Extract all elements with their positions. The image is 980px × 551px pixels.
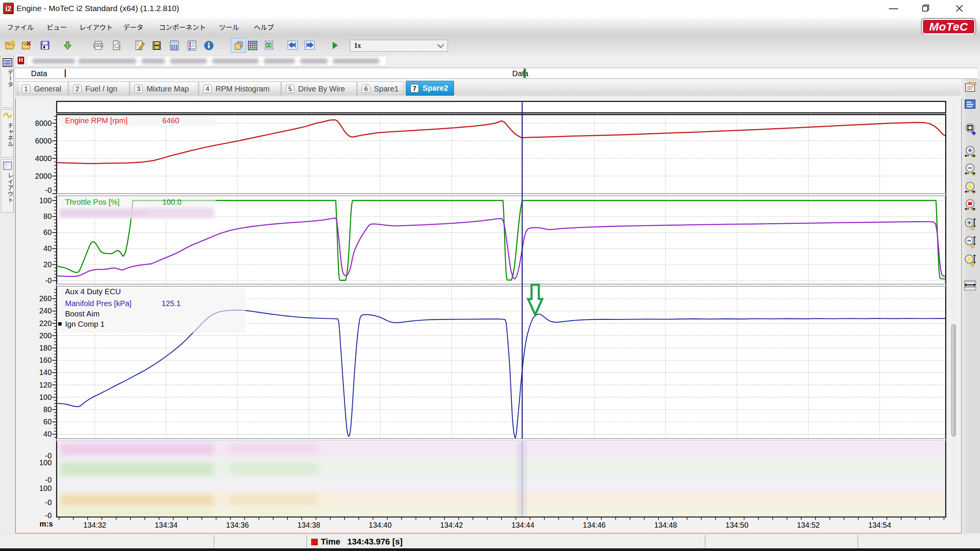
svg-text:Throttle Pos [%]: Throttle Pos [%] [65,198,119,206]
svg-text:60: 60 [43,417,52,426]
svg-text:100.0: 100.0 [162,198,181,206]
svg-text:134:32: 134:32 [83,521,106,529]
svg-text:-0: -0 [45,276,52,285]
svg-text:-0: -0 [45,476,52,484]
svg-text:60: 60 [43,228,52,236]
svg-text:125.1: 125.1 [162,299,181,308]
svg-text:6460: 6460 [162,116,180,125]
svg-text:Boost Aim: Boost Aim [65,310,100,318]
svg-text:120: 120 [39,381,52,389]
svg-text:Aux 4 Duty ECU: Aux 4 Duty ECU [65,287,121,296]
svg-text:100: 100 [39,458,52,467]
svg-text:260: 260 [39,294,52,303]
svg-text:Engine RPM [rpm]: Engine RPM [rpm] [65,116,127,125]
svg-text:220: 220 [39,319,52,328]
svg-text:40: 40 [43,244,52,253]
svg-text:2000: 2000 [35,172,52,180]
svg-text:8000: 8000 [35,119,52,127]
svg-text:200: 200 [39,331,52,340]
svg-text:134:38: 134:38 [297,521,320,529]
svg-text:160: 160 [39,356,52,364]
svg-text:134:42: 134:42 [440,521,463,529]
svg-text:6000: 6000 [35,137,52,145]
svg-text:134:48: 134:48 [654,521,677,529]
svg-text:134:52: 134:52 [797,521,820,529]
svg-text:Ign Comp 1: Ign Comp 1 [65,320,105,328]
svg-text:m:s: m:s [39,520,53,528]
svg-text:134:34: 134:34 [155,521,178,529]
svg-text:240: 240 [39,306,52,315]
svg-text:134:46: 134:46 [583,521,606,529]
svg-text:-0: -0 [45,498,52,507]
svg-text:-0: -0 [45,186,52,194]
svg-text:134:50: 134:50 [725,521,748,529]
svg-text:180: 180 [39,344,52,352]
svg-text:140: 140 [39,368,52,377]
svg-text:20: 20 [43,260,52,269]
svg-text:134:44: 134:44 [511,521,534,529]
svg-text:Manifold Pres [kPa]: Manifold Pres [kPa] [65,299,131,308]
svg-text:40: 40 [43,430,52,438]
svg-text:100: 100 [39,484,52,492]
svg-text:100: 100 [39,196,52,205]
svg-text:100: 100 [39,393,52,401]
svg-text:134:36: 134:36 [226,521,249,529]
svg-text:80: 80 [43,212,52,220]
svg-text:80: 80 [43,405,52,414]
svg-text:134:54: 134:54 [868,521,891,529]
svg-text:4000: 4000 [35,154,52,163]
svg-text:134:40: 134:40 [369,521,392,529]
svg-text:-0: -0 [45,511,52,520]
